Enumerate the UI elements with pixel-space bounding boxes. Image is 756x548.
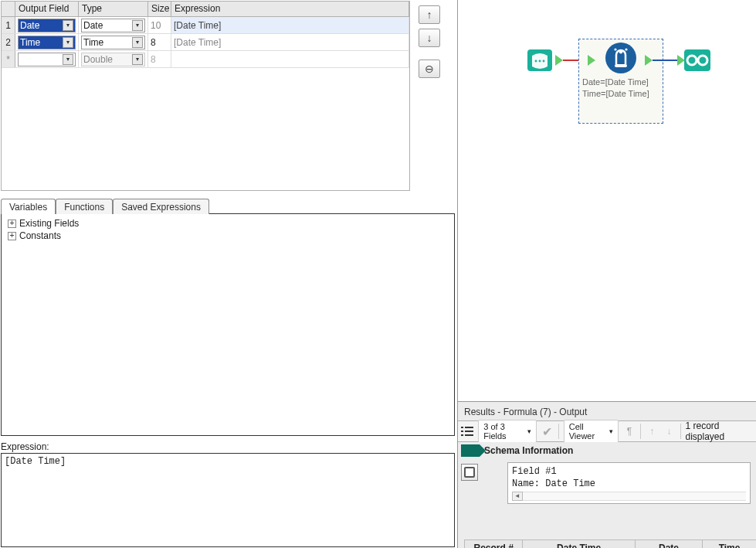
schema-field-num: Field #1	[512, 465, 746, 478]
formula-grid-area: Output Field Type Size Expression 1 Date…	[1, 1, 455, 192]
grid-row[interactable]: 2 Time ▾ Time ▾ 8 [Date Time]	[2, 34, 409, 51]
input-tool-icon	[524, 45, 555, 76]
scrollbar-track[interactable]	[523, 492, 746, 501]
fields-dropdown[interactable]: 3 of 3 Fields ▾	[478, 420, 536, 443]
preview-button[interactable]	[461, 464, 478, 481]
move-down-button[interactable]: ↓	[419, 29, 440, 47]
formula-annotation: Date=[Date Time] Time=[Date Time]	[581, 75, 661, 102]
pilcrow-icon[interactable]: ¶	[623, 424, 636, 438]
svg-point-6	[614, 48, 616, 50]
type-cell[interactable]: Double ▾	[79, 51, 148, 67]
chevron-down-icon[interactable]: ▾	[132, 20, 143, 31]
record-count-label: 1 record displayed	[686, 420, 754, 442]
svg-rect-20	[466, 468, 473, 476]
output-field-combo[interactable]: ▾	[18, 53, 76, 66]
output-anchor[interactable]	[645, 55, 653, 66]
expand-icon[interactable]: +	[8, 220, 16, 228]
arrow-up-icon[interactable]: ↑	[646, 424, 658, 438]
header-output-field[interactable]: Output Field	[15, 2, 79, 16]
schema-title: Schema Information	[484, 445, 573, 456]
header-expression[interactable]: Expression	[171, 2, 409, 16]
chevron-down-icon[interactable]: ▾	[132, 54, 143, 65]
tab-functions[interactable]: Functions	[56, 199, 113, 214]
expression-cell[interactable]: [Date Time]	[171, 17, 409, 33]
output-field-cell[interactable]: Date ▾	[15, 17, 79, 33]
results-table: Record # Date Time Date Time 1 2016-10-2…	[464, 539, 756, 548]
formula-grid: Output Field Type Size Expression 1 Date…	[1, 1, 410, 191]
header-size[interactable]: Size	[148, 2, 171, 16]
remove-row-button[interactable]: ⊖	[419, 60, 440, 78]
schema-info: Field #1 Name: Date Time ◄	[507, 462, 751, 504]
browse-tool[interactable]	[682, 45, 713, 76]
type-cell[interactable]: Date ▾	[79, 17, 148, 33]
type-value: Time	[83, 37, 103, 48]
scroll-left-icon[interactable]: ◄	[512, 492, 523, 501]
expression-editor[interactable]: [Date Time]	[1, 453, 455, 547]
arrow-down-icon[interactable]: ↓	[663, 424, 675, 438]
output-anchor[interactable]	[555, 55, 563, 66]
preview-icon	[463, 466, 476, 478]
col-record[interactable]: Record #	[465, 540, 523, 549]
size-cell[interactable]: 10	[148, 17, 171, 33]
tree-node-existing-fields[interactable]: + Existing Fields	[8, 217, 448, 230]
expression-cell[interactable]	[171, 51, 409, 67]
type-combo[interactable]: Time ▾	[81, 36, 145, 49]
workspace-panel: Date=[Date Time] Time=[Date Time] Result…	[457, 0, 756, 548]
chevron-down-icon[interactable]: ▾	[63, 37, 73, 48]
chevron-down-icon[interactable]: ▾	[63, 54, 73, 65]
reference-tabs: Variables Functions Saved Expressions + …	[1, 196, 455, 436]
output-field-combo[interactable]: Date ▾	[18, 19, 76, 32]
expand-icon[interactable]: +	[8, 232, 16, 240]
chevron-down-icon[interactable]: ▾	[63, 20, 73, 31]
svg-point-3	[543, 60, 545, 63]
list-icon[interactable]	[461, 424, 473, 438]
config-panel: Output Field Type Size Expression 1 Date…	[0, 0, 457, 548]
minus-circle-icon: ⊖	[425, 63, 434, 75]
svg-rect-17	[461, 434, 463, 436]
col-time[interactable]: Time	[703, 540, 756, 549]
formula-tool-container[interactable]: Date=[Date Time] Time=[Date Time]	[578, 39, 663, 124]
input-data-tool[interactable]	[524, 45, 555, 76]
output-field-cell[interactable]: Time ▾	[15, 34, 79, 50]
type-value: Double	[83, 54, 113, 65]
tab-saved-expressions[interactable]: Saved Expressions	[113, 199, 209, 214]
header-type[interactable]: Type	[79, 2, 148, 16]
tree-node-constants[interactable]: + Constants	[8, 230, 448, 242]
svg-point-5	[619, 50, 623, 54]
type-cell[interactable]: Time ▾	[79, 34, 148, 50]
tree-label: Constants	[19, 230, 61, 241]
type-combo[interactable]: Double ▾	[81, 53, 145, 66]
col-date[interactable]: Date	[635, 540, 702, 549]
svg-rect-14	[465, 427, 473, 428]
svg-rect-8	[615, 64, 627, 67]
tab-variables[interactable]: Variables	[1, 199, 56, 214]
size-cell[interactable]: 8	[148, 51, 171, 67]
schema-field-name: Name: Date Time	[512, 478, 746, 490]
input-anchor[interactable]	[588, 55, 595, 66]
move-up-button[interactable]: ↑	[419, 5, 440, 24]
chevron-down-icon[interactable]: ▾	[132, 37, 143, 48]
annotation-line: Time=[Date Time]	[582, 88, 659, 100]
output-field-cell[interactable]: ▾	[15, 51, 79, 67]
type-combo[interactable]: Date ▾	[81, 19, 145, 32]
svg-point-7	[625, 48, 627, 50]
check-icon[interactable]: ✔	[541, 424, 554, 438]
cell-viewer-dropdown[interactable]: Cell Viewer ▾	[564, 420, 619, 443]
grid-side-buttons: ↑ ↓ ⊖	[410, 1, 449, 191]
workflow-canvas[interactable]: Date=[Date Time] Time=[Date Time]	[458, 0, 756, 402]
grid-row[interactable]: 1 Date ▾ Date ▾ 10 [Date Time]	[2, 17, 409, 34]
results-title: Results - Formula (7) - Output	[458, 403, 756, 420]
size-cell[interactable]: 8	[148, 34, 171, 50]
expression-cell[interactable]: [Date Time]	[171, 34, 409, 50]
browse-tool-icon	[682, 45, 713, 76]
output-field-value: Time	[20, 37, 40, 48]
grid-row-new[interactable]: * ▾ Double ▾ 8	[2, 51, 409, 68]
col-datetime[interactable]: Date Time	[523, 540, 636, 549]
svg-rect-13	[461, 427, 463, 428]
output-field-combo[interactable]: Time ▾	[18, 36, 76, 49]
grid-header: Output Field Type Size Expression	[2, 2, 409, 17]
annotation-line: Date=[Date Time]	[582, 77, 659, 88]
svg-point-4	[605, 43, 636, 73]
separator	[640, 424, 641, 439]
formula-tool-icon	[604, 41, 638, 75]
